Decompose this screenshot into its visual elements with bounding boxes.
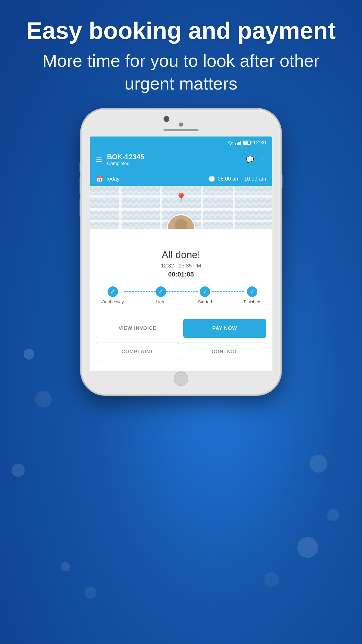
buttons-area: VIEW INVOICE PAY NOW COMPLAINT CONTACT — [90, 319, 272, 371]
road-v4 — [233, 186, 235, 229]
step-check-started: ✓ — [200, 286, 210, 297]
hero-subtitle: More time for you to look after other ur… — [23, 50, 339, 95]
road-h2 — [90, 208, 272, 211]
status-icons — [227, 140, 251, 145]
date-label: Today — [106, 176, 120, 182]
step-finished: ✓ Finished — [244, 286, 260, 304]
technician-avatar — [166, 214, 196, 229]
toolbar-title-group: BOK-12345 Completed — [107, 153, 241, 166]
step-label-on-the-way: On the way — [102, 299, 124, 304]
step-started: ✓ Started — [198, 286, 212, 304]
signal-icon — [235, 140, 241, 145]
step-label-here: Here — [156, 299, 166, 304]
complaint-button[interactable]: COMPLAINT — [96, 342, 179, 361]
step-label-started: Started — [198, 299, 212, 304]
hero-section: Easy booking and payment More time for y… — [0, 0, 362, 104]
step-label-finished: Finished — [244, 299, 260, 304]
toolbar-actions: 💬 ⋮ — [246, 156, 266, 163]
booking-id-label: BOK-12345 — [107, 153, 241, 161]
app-toolbar: ☰ BOK-12345 Completed 💬 ⋮ — [90, 149, 272, 171]
silent-switch — [80, 162, 82, 172]
datetime-bar: 📅 Today 🕐 08:00 am - 10:00 am — [90, 171, 272, 186]
step-on-the-way: ✓ On the way — [102, 286, 124, 304]
calendar-icon: 📅 — [96, 175, 103, 182]
progress-steps: ✓ On the way ✓ Here ✓ Started — [96, 286, 266, 304]
job-duration: 00:01:05 — [96, 271, 266, 278]
pay-now-button[interactable]: PAY NOW — [183, 319, 266, 338]
step-check-on-the-way: ✓ — [108, 286, 118, 297]
all-done-text: All done! — [96, 249, 266, 260]
step-check-here: ✓ — [156, 286, 166, 297]
step-connector-1 — [124, 291, 156, 292]
step-connector-2 — [166, 291, 198, 292]
phone-mockup: 12:30 ☰ BOK-12345 Completed 💬 ⋮ — [82, 110, 280, 394]
front-camera — [164, 116, 169, 122]
road-v2 — [160, 186, 162, 229]
hamburger-menu-icon[interactable]: ☰ — [96, 155, 102, 164]
status-time: 12:30 — [253, 140, 266, 146]
volume-up-button — [80, 177, 82, 194]
secondary-buttons-row: COMPLAINT CONTACT — [96, 342, 266, 361]
hero-title: Easy booking and payment — [23, 18, 339, 44]
phone-top-bezel — [90, 118, 272, 136]
wifi-icon — [227, 140, 233, 145]
phone-screen: 12:30 ☰ BOK-12345 Completed 💬 ⋮ — [90, 136, 272, 371]
map-pin-icon: 📍 — [175, 192, 187, 204]
message-icon[interactable]: 💬 — [246, 156, 254, 163]
primary-buttons-row: VIEW INVOICE PAY NOW — [96, 319, 266, 338]
step-check-finished: ✓ — [247, 286, 257, 297]
more-options-icon[interactable]: ⋮ — [260, 156, 266, 163]
volume-down-button — [80, 199, 82, 216]
step-here: ✓ Here — [156, 286, 166, 304]
clock-icon: 🕐 — [208, 175, 215, 182]
booking-status-label: Completed — [107, 161, 241, 166]
road-v1 — [119, 186, 122, 229]
home-button[interactable] — [174, 371, 188, 386]
road-v3 — [201, 186, 203, 229]
status-bar: 12:30 — [90, 136, 272, 149]
battery-icon — [243, 141, 251, 145]
contact-button[interactable]: CONTACT — [183, 342, 266, 361]
phone-bottom-bezel — [90, 371, 272, 386]
job-time-range: 12:32 - 13:35 PM — [96, 263, 266, 269]
content-area: All done! 12:32 - 13:35 PM 00:01:05 ✓ On… — [90, 229, 272, 319]
speaker-grille — [164, 129, 198, 131]
time-range-label: 08:00 am - 10:00 am — [218, 176, 266, 182]
power-button — [280, 174, 282, 188]
sensor-dot — [179, 123, 183, 127]
view-invoice-button[interactable]: VIEW INVOICE — [96, 319, 179, 338]
time-item: 🕐 08:00 am - 10:00 am — [208, 175, 266, 182]
avatar-head — [175, 219, 187, 229]
map-area: 📍 — [90, 186, 272, 229]
step-connector-3 — [212, 291, 244, 292]
date-item: 📅 Today — [96, 175, 120, 182]
